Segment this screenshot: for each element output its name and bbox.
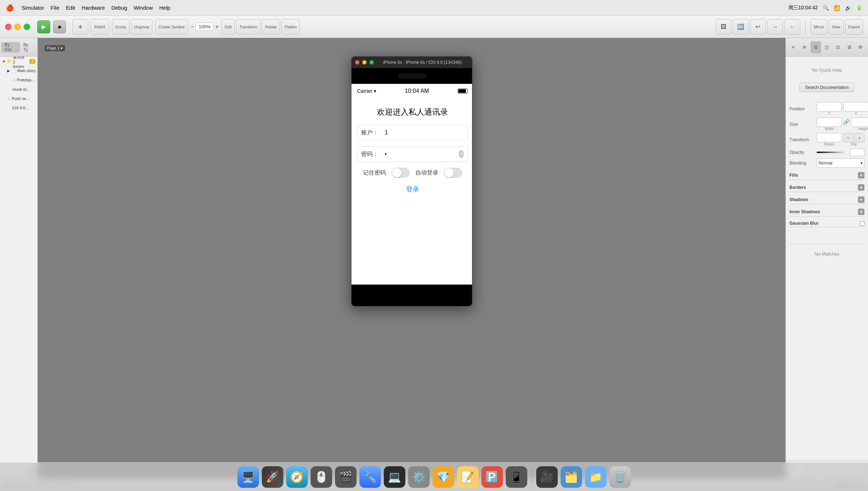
password-input[interactable] bbox=[383, 151, 459, 157]
toggles-row: 记住密码 自动登录 bbox=[357, 168, 468, 178]
dock-xcode[interactable]: 🔧 bbox=[359, 466, 381, 488]
zoom-plus-icon[interactable]: + bbox=[215, 24, 218, 30]
transform-btn[interactable]: Transform bbox=[236, 19, 260, 35]
inspector-tab-2[interactable]: ≋ bbox=[799, 41, 810, 53]
create-symbol-btn[interactable]: Create Symbol bbox=[155, 19, 188, 35]
height-field-group: Height bbox=[851, 118, 868, 131]
edit-btn[interactable]: Edit bbox=[222, 19, 235, 35]
inspector-tab-7[interactable]: ⚙ bbox=[855, 41, 866, 53]
add-shadow-btn[interactable]: + bbox=[858, 196, 864, 203]
menubar-search-icon[interactable]: 🔍 bbox=[823, 5, 829, 11]
tab-by-type[interactable]: By Ty bbox=[20, 42, 36, 52]
storyboard-canvas[interactable]: iPhone 6s · iPhone 6s / iOS 9.0 (13A340)… bbox=[38, 38, 786, 479]
inspector-tab-5[interactable]: ⊡ bbox=[833, 41, 843, 53]
flatten-btn[interactable]: Flatten bbox=[282, 19, 300, 35]
maximize-button[interactable] bbox=[24, 24, 30, 30]
menu-simulator[interactable]: Simulator bbox=[22, 5, 44, 11]
login-button[interactable]: 登录 bbox=[359, 185, 466, 194]
account-label: 账户： bbox=[361, 129, 383, 137]
blending-select[interactable]: Normal ▾ bbox=[817, 158, 864, 168]
close-button[interactable] bbox=[5, 24, 11, 30]
stop-button[interactable]: ■ bbox=[53, 20, 66, 33]
search-documentation-btn[interactable]: Search Documentation bbox=[799, 83, 854, 92]
rotate-field[interactable] bbox=[817, 133, 842, 142]
dock-safari[interactable]: 🧭 bbox=[286, 466, 308, 488]
inspector-tab-1[interactable]: ≡ bbox=[788, 41, 798, 53]
dock-system-prefs[interactable]: ⚙️ bbox=[408, 466, 430, 488]
tree-item-prototype[interactable]: ⚠ Prototyp... bbox=[0, 75, 37, 85]
rotate-btn[interactable]: Rotate bbox=[262, 19, 280, 35]
separator bbox=[789, 244, 864, 244]
menu-edit[interactable]: Edit bbox=[66, 5, 75, 11]
dock-terminal[interactable]: 💻 bbox=[384, 466, 405, 488]
toolbar-btn-2[interactable]: 🔤 bbox=[733, 19, 749, 35]
height-field[interactable] bbox=[851, 118, 868, 127]
insert-label-btn[interactable]: Insert bbox=[90, 19, 109, 35]
borders-section: Borders + bbox=[789, 182, 864, 192]
dock-launchpad[interactable]: 🚀 bbox=[262, 466, 283, 488]
sim-close-btn[interactable] bbox=[355, 60, 359, 65]
clear-password-btn[interactable]: ✕ bbox=[459, 150, 464, 158]
apple-menu[interactable]: 🍎 bbox=[6, 4, 14, 12]
tree-root[interactable]: ▼ 📁 通讯录 2 issues 2 bbox=[0, 57, 37, 66]
remember-toggle[interactable] bbox=[392, 168, 410, 178]
simulator-window: iPhone 6s · iPhone 6s / iOS 9.0 (13A340)… bbox=[351, 56, 473, 307]
flip-v-btn[interactable]: ↕ bbox=[854, 133, 864, 142]
export-btn[interactable]: Export bbox=[845, 19, 863, 35]
dock-iphone-sim[interactable]: 📱 bbox=[506, 466, 527, 488]
ungroup-btn[interactable]: Ungroup bbox=[131, 19, 152, 35]
chevron-right-icon: ▶ bbox=[7, 69, 10, 73]
y-field[interactable] bbox=[843, 102, 868, 111]
toolbar-btn-1[interactable]: 🖼 bbox=[716, 19, 731, 35]
minimize-button[interactable] bbox=[14, 24, 21, 30]
inspector-tab-4[interactable]: ◫ bbox=[822, 41, 832, 53]
dock-files[interactable]: 🗂️ bbox=[561, 466, 582, 488]
x-field-group: X bbox=[817, 102, 842, 115]
dock-notes[interactable]: 📝 bbox=[457, 466, 478, 488]
add-border-btn[interactable]: + bbox=[858, 184, 864, 191]
menu-debug[interactable]: Debug bbox=[111, 5, 127, 11]
width-field[interactable] bbox=[817, 118, 842, 127]
dock-sketch[interactable]: 💎 bbox=[433, 466, 454, 488]
dock-quicktime[interactable]: 🎥 bbox=[536, 466, 558, 488]
flip-h-btn[interactable]: ↔ bbox=[843, 133, 853, 142]
inspector-tab-6[interactable]: ⊞ bbox=[844, 41, 854, 53]
tree-item-push[interactable]: ⚠ Push se... bbox=[0, 94, 37, 103]
menu-file[interactable]: File bbox=[51, 5, 59, 11]
forward-btn[interactable]: → bbox=[767, 19, 783, 35]
tab-by-file[interactable]: By File bbox=[1, 42, 20, 52]
sim-minimize-btn[interactable] bbox=[362, 60, 367, 65]
menu-window[interactable]: Window bbox=[134, 5, 153, 11]
auto-login-toggle[interactable] bbox=[444, 168, 462, 178]
mirror-btn[interactable]: Mirror bbox=[811, 19, 827, 35]
gaussian-blur-checkbox[interactable] bbox=[860, 221, 864, 226]
group-btn[interactable]: Group bbox=[112, 19, 129, 35]
run-button[interactable]: ▶ bbox=[37, 20, 50, 33]
right-inspector: ≡ ≋ ⧉ ◫ ⊡ ⊞ ⚙ No Quick Help Search Docum… bbox=[786, 38, 868, 479]
x-field[interactable] bbox=[817, 102, 842, 111]
dock-mouse[interactable]: 🖱️ bbox=[311, 466, 332, 488]
sim-maximize-btn[interactable] bbox=[369, 60, 374, 65]
view-btn[interactable]: View bbox=[829, 19, 844, 35]
zoom-minus-icon[interactable]: − bbox=[191, 24, 194, 30]
account-input[interactable] bbox=[383, 129, 464, 136]
menu-help[interactable]: Help bbox=[159, 5, 170, 11]
dock-finder[interactable]: 🖥️ bbox=[237, 466, 259, 488]
menu-hardware[interactable]: Hardware bbox=[81, 5, 105, 11]
add-button[interactable]: + bbox=[72, 19, 88, 35]
dock-imovie[interactable]: 🎬 bbox=[335, 466, 357, 488]
toolbar-btn-3[interactable]: ↩ bbox=[750, 19, 766, 35]
dock-app[interactable]: 🅿️ bbox=[481, 466, 503, 488]
opacity-value[interactable] bbox=[850, 148, 864, 156]
add-inner-shadow-btn[interactable]: + bbox=[858, 209, 864, 215]
dock-trash[interactable]: 🗑️ bbox=[609, 466, 631, 488]
dock-folder[interactable]: 📁 bbox=[585, 466, 607, 488]
inspector-tab-3[interactable]: ⧉ bbox=[811, 41, 821, 53]
tree-item-reuse[interactable]: reuse id... bbox=[0, 85, 37, 94]
menubar: 🍎 Simulator File Edit Hardware Debug Win… bbox=[0, 0, 868, 16]
backward-btn[interactable]: ← bbox=[784, 19, 800, 35]
menubar-sound-icon[interactable]: 🔊 bbox=[845, 5, 851, 11]
add-fill-btn[interactable]: + bbox=[858, 172, 864, 178]
opacity-slider[interactable] bbox=[817, 152, 848, 153]
tree-item-ios[interactable]: iOS 8.0... bbox=[0, 103, 37, 113]
